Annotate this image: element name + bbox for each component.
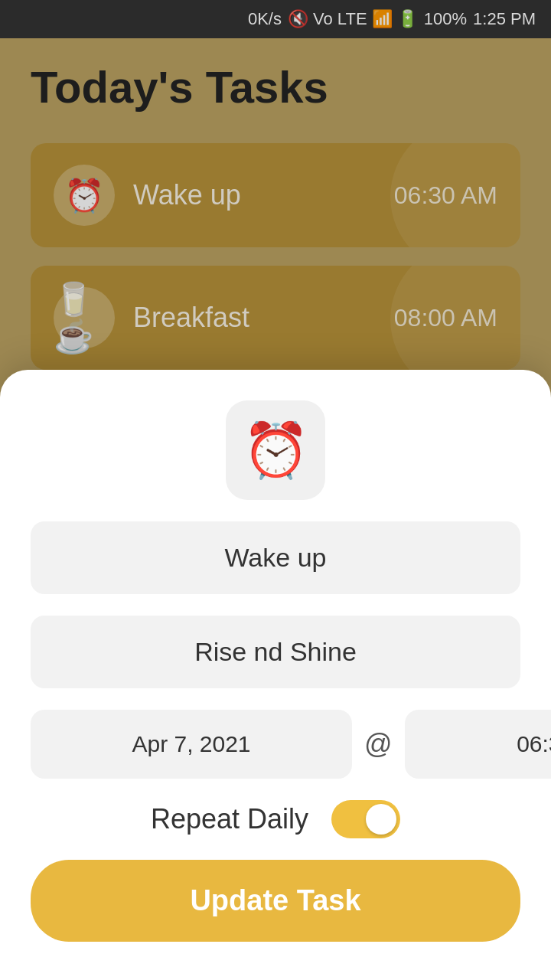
update-task-button[interactable]: Update Task <box>31 860 520 942</box>
repeat-daily-label: Repeat Daily <box>151 803 308 835</box>
task-subtitle-input[interactable] <box>31 616 520 688</box>
repeat-daily-row: Repeat Daily <box>31 800 520 838</box>
toggle-thumb <box>366 804 396 835</box>
at-symbol: @ <box>364 728 393 760</box>
sheet-task-icon: ⏰ <box>226 400 325 500</box>
datetime-row: @ <box>31 710 520 779</box>
time-input[interactable] <box>405 710 551 779</box>
task-name-input[interactable] <box>31 521 520 594</box>
toggle-track <box>331 800 400 838</box>
bottom-sheet: ⏰ @ Repeat Daily Update Task <box>0 370 551 980</box>
repeat-daily-toggle[interactable] <box>331 800 400 838</box>
date-input[interactable] <box>31 710 352 779</box>
sheet-icon-emoji: ⏰ <box>243 419 309 482</box>
